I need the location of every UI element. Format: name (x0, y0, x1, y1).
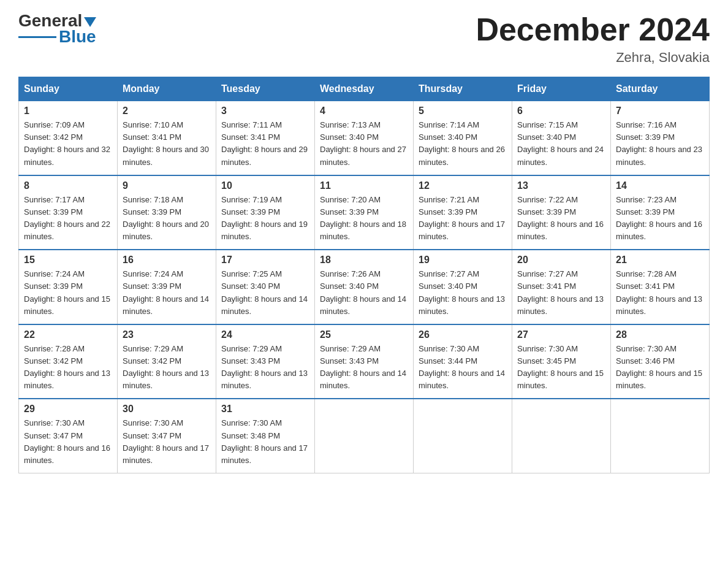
day-info: Sunrise: 7:11 AMSunset: 3:41 PMDaylight:… (221, 119, 309, 169)
calendar-cell: 31 Sunrise: 7:30 AMSunset: 3:48 PMDaylig… (216, 399, 315, 473)
day-info: Sunrise: 7:13 AMSunset: 3:40 PMDaylight:… (320, 119, 408, 169)
calendar-cell: 6 Sunrise: 7:15 AMSunset: 3:40 PMDayligh… (512, 101, 611, 175)
calendar-cell: 30 Sunrise: 7:30 AMSunset: 3:47 PMDaylig… (118, 399, 216, 473)
day-info: Sunrise: 7:24 AMSunset: 3:39 PMDaylight:… (24, 268, 112, 318)
day-number: 14 (616, 180, 704, 191)
day-info: Sunrise: 7:20 AMSunset: 3:39 PMDaylight:… (320, 194, 408, 243)
day-info: Sunrise: 7:30 AMSunset: 3:44 PMDaylight:… (419, 343, 507, 393)
calendar-cell: 23 Sunrise: 7:29 AMSunset: 3:42 PMDaylig… (118, 324, 216, 399)
day-number: 28 (616, 329, 704, 340)
calendar-table: SundayMondayTuesdayWednesdayThursdayFrid… (18, 77, 710, 473)
day-info: Sunrise: 7:28 AMSunset: 3:42 PMDaylight:… (24, 343, 112, 393)
day-info: Sunrise: 7:10 AMSunset: 3:41 PMDaylight:… (123, 119, 211, 169)
calendar-cell: 18 Sunrise: 7:26 AMSunset: 3:40 PMDaylig… (315, 250, 414, 324)
calendar-week-row: 22 Sunrise: 7:28 AMSunset: 3:42 PMDaylig… (19, 324, 710, 399)
day-number: 18 (320, 255, 408, 266)
day-number: 11 (320, 180, 408, 191)
day-number: 10 (221, 180, 309, 191)
day-info: Sunrise: 7:30 AMSunset: 3:48 PMDaylight:… (221, 417, 309, 467)
weekday-header-row: SundayMondayTuesdayWednesdayThursdayFrid… (19, 77, 710, 101)
calendar-cell: 10 Sunrise: 7:19 AMSunset: 3:39 PMDaylig… (216, 175, 315, 250)
calendar-cell: 22 Sunrise: 7:28 AMSunset: 3:42 PMDaylig… (19, 324, 118, 399)
day-number: 25 (320, 329, 408, 340)
calendar-cell: 20 Sunrise: 7:27 AMSunset: 3:41 PMDaylig… (512, 250, 611, 324)
calendar-cell: 21 Sunrise: 7:28 AMSunset: 3:41 PMDaylig… (611, 250, 710, 324)
weekday-header-wednesday: Wednesday (315, 77, 414, 101)
svg-marker-0 (84, 17, 96, 27)
calendar-cell: 14 Sunrise: 7:23 AMSunset: 3:39 PMDaylig… (611, 175, 710, 250)
logo: General Blue (18, 12, 98, 47)
day-info: Sunrise: 7:16 AMSunset: 3:39 PMDaylight:… (616, 119, 704, 169)
day-number: 31 (221, 404, 309, 415)
day-number: 22 (24, 329, 112, 340)
day-number: 17 (221, 255, 309, 266)
day-number: 20 (517, 255, 605, 266)
logo-blue-text: Blue (59, 27, 96, 47)
day-info: Sunrise: 7:29 AMSunset: 3:43 PMDaylight:… (320, 343, 408, 393)
calendar-cell (512, 399, 611, 473)
day-number: 29 (24, 404, 112, 415)
calendar-cell: 19 Sunrise: 7:27 AMSunset: 3:40 PMDaylig… (414, 250, 512, 324)
day-number: 27 (517, 329, 605, 340)
day-info: Sunrise: 7:29 AMSunset: 3:43 PMDaylight:… (221, 343, 309, 393)
day-info: Sunrise: 7:18 AMSunset: 3:39 PMDaylight:… (123, 194, 211, 243)
calendar-cell (414, 399, 512, 473)
calendar-week-row: 15 Sunrise: 7:24 AMSunset: 3:39 PMDaylig… (19, 250, 710, 324)
calendar-cell: 24 Sunrise: 7:29 AMSunset: 3:43 PMDaylig… (216, 324, 315, 399)
location: Zehra, Slovakia (476, 50, 710, 66)
day-info: Sunrise: 7:30 AMSunset: 3:46 PMDaylight:… (616, 343, 704, 393)
calendar-cell: 27 Sunrise: 7:30 AMSunset: 3:45 PMDaylig… (512, 324, 611, 399)
day-number: 2 (123, 105, 211, 117)
day-info: Sunrise: 7:09 AMSunset: 3:42 PMDaylight:… (24, 119, 112, 169)
calendar-week-row: 29 Sunrise: 7:30 AMSunset: 3:47 PMDaylig… (19, 399, 710, 473)
calendar-cell: 15 Sunrise: 7:24 AMSunset: 3:39 PMDaylig… (19, 250, 118, 324)
weekday-header-thursday: Thursday (414, 77, 512, 101)
weekday-header-sunday: Sunday (19, 77, 118, 101)
calendar-cell: 29 Sunrise: 7:30 AMSunset: 3:47 PMDaylig… (19, 399, 118, 473)
calendar-cell: 16 Sunrise: 7:24 AMSunset: 3:39 PMDaylig… (118, 250, 216, 324)
day-info: Sunrise: 7:27 AMSunset: 3:40 PMDaylight:… (419, 268, 507, 318)
day-number: 19 (419, 255, 507, 266)
calendar-week-row: 1 Sunrise: 7:09 AMSunset: 3:42 PMDayligh… (19, 101, 710, 175)
calendar-cell: 26 Sunrise: 7:30 AMSunset: 3:44 PMDaylig… (414, 324, 512, 399)
day-number: 16 (123, 255, 211, 266)
calendar-cell (611, 399, 710, 473)
weekday-header-friday: Friday (512, 77, 611, 101)
calendar-cell (315, 399, 414, 473)
day-number: 13 (517, 180, 605, 191)
day-number: 9 (123, 180, 211, 191)
calendar-cell: 28 Sunrise: 7:30 AMSunset: 3:46 PMDaylig… (611, 324, 710, 399)
day-number: 23 (123, 329, 211, 340)
calendar-cell: 2 Sunrise: 7:10 AMSunset: 3:41 PMDayligh… (118, 101, 216, 175)
title-block: December 2024 Zehra, Slovakia (476, 12, 710, 66)
weekday-header-saturday: Saturday (611, 77, 710, 101)
month-title: December 2024 (476, 12, 710, 47)
day-info: Sunrise: 7:22 AMSunset: 3:39 PMDaylight:… (517, 194, 605, 243)
day-info: Sunrise: 7:27 AMSunset: 3:41 PMDaylight:… (517, 268, 605, 318)
day-info: Sunrise: 7:30 AMSunset: 3:47 PMDaylight:… (123, 417, 211, 467)
day-info: Sunrise: 7:29 AMSunset: 3:42 PMDaylight:… (123, 343, 211, 393)
calendar-week-row: 8 Sunrise: 7:17 AMSunset: 3:39 PMDayligh… (19, 175, 710, 250)
day-number: 15 (24, 255, 112, 266)
weekday-header-tuesday: Tuesday (216, 77, 315, 101)
calendar-cell: 17 Sunrise: 7:25 AMSunset: 3:40 PMDaylig… (216, 250, 315, 324)
day-info: Sunrise: 7:25 AMSunset: 3:40 PMDaylight:… (221, 268, 309, 318)
day-info: Sunrise: 7:23 AMSunset: 3:39 PMDaylight:… (616, 194, 704, 243)
day-info: Sunrise: 7:26 AMSunset: 3:40 PMDaylight:… (320, 268, 408, 318)
day-number: 21 (616, 255, 704, 266)
day-number: 8 (24, 180, 112, 191)
calendar-cell: 5 Sunrise: 7:14 AMSunset: 3:40 PMDayligh… (414, 101, 512, 175)
page-header: General Blue December 2024 Zehra, Slovak… (18, 12, 710, 66)
day-info: Sunrise: 7:24 AMSunset: 3:39 PMDaylight:… (123, 268, 211, 318)
day-number: 1 (24, 105, 112, 117)
day-number: 26 (419, 329, 507, 340)
calendar-cell: 1 Sunrise: 7:09 AMSunset: 3:42 PMDayligh… (19, 101, 118, 175)
day-info: Sunrise: 7:30 AMSunset: 3:45 PMDaylight:… (517, 343, 605, 393)
day-number: 5 (419, 105, 507, 117)
calendar-cell: 3 Sunrise: 7:11 AMSunset: 3:41 PMDayligh… (216, 101, 315, 175)
calendar-cell: 11 Sunrise: 7:20 AMSunset: 3:39 PMDaylig… (315, 175, 414, 250)
day-info: Sunrise: 7:30 AMSunset: 3:47 PMDaylight:… (24, 417, 112, 467)
day-number: 3 (221, 105, 309, 117)
day-number: 12 (419, 180, 507, 191)
day-number: 7 (616, 105, 704, 117)
